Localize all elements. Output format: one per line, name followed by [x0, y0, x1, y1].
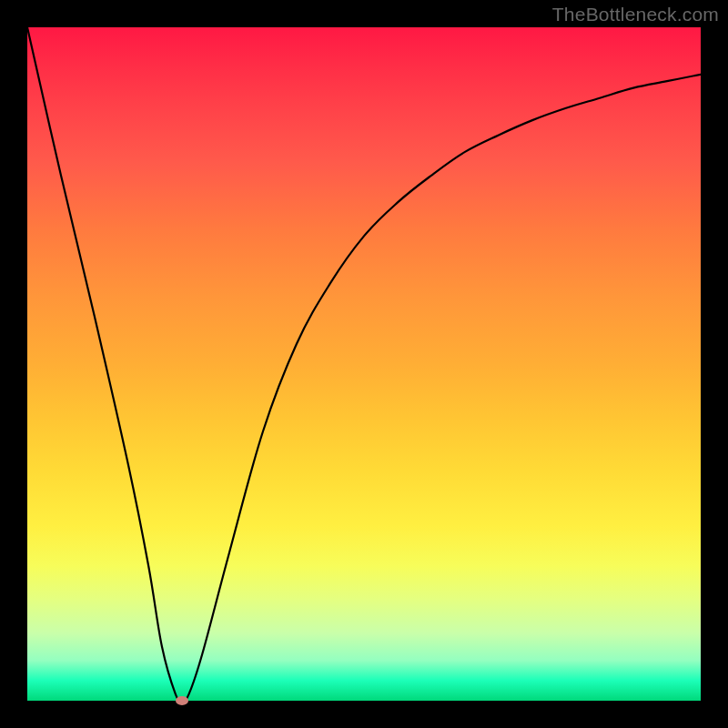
optimal-point-marker: [176, 696, 188, 705]
chart-frame: TheBottleneck.com: [0, 0, 728, 728]
plot-area: [27, 27, 701, 701]
bottleneck-curve: [27, 27, 701, 701]
attribution-text: TheBottleneck.com: [552, 4, 719, 25]
curve-svg: [27, 27, 701, 701]
